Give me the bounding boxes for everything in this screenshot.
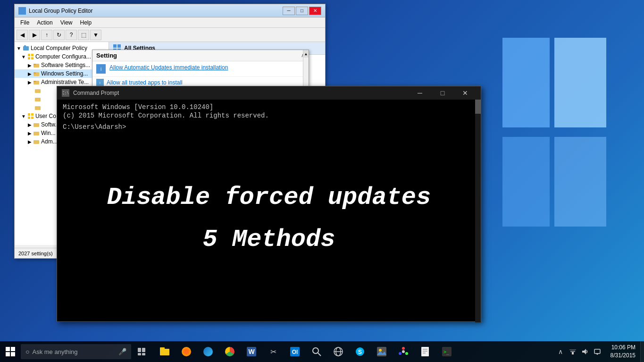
tray-volume-icon[interactable] <box>579 344 591 359</box>
cmd-window-icon: C:\ <box>62 89 69 97</box>
toolbar-expand-button[interactable]: ⬚ <box>78 30 89 40</box>
taskbar-app-chrome[interactable] <box>219 341 241 362</box>
skype-icon: S <box>354 346 366 357</box>
notepad-icon <box>419 346 431 357</box>
taskbar-app-file-explorer[interactable] <box>154 341 176 362</box>
taskbar-app-photos[interactable] <box>371 341 393 362</box>
taskbar-app-terminal[interactable]: >_ <box>436 341 458 362</box>
taskbar-app-network[interactable] <box>327 341 349 362</box>
gpe-menubar: File Action View Help <box>15 17 325 28</box>
taskbar-clock[interactable]: 10:06 PM 8/31/2015 <box>606 344 640 360</box>
taskbar-app-notepad[interactable] <box>414 341 436 362</box>
gpe-maximize-button[interactable]: □ <box>296 7 308 15</box>
svg-rect-1 <box>23 8 25 10</box>
toolbar-back-button[interactable]: ◀ <box>17 30 28 40</box>
gpe-menu-action[interactable]: Action <box>33 18 56 27</box>
start-button[interactable] <box>0 341 21 362</box>
svg-rect-69 <box>572 352 574 354</box>
taskbar-app-search[interactable] <box>306 341 327 362</box>
svg-rect-63 <box>421 347 429 356</box>
gpe-minimize-button[interactable]: ─ <box>283 7 295 15</box>
scroll-up-button[interactable]: ▲ <box>303 50 309 58</box>
svg-rect-15 <box>33 81 36 82</box>
svg-rect-20 <box>31 113 33 116</box>
svg-rect-8 <box>28 57 30 59</box>
gpe-window-title: Local Group Policy Editor <box>29 8 283 14</box>
cmd-overlay: Disable forced updates 5 Methods <box>63 133 475 304</box>
gallery-icon <box>398 346 409 357</box>
taskbar-app-firefox[interactable] <box>176 341 197 362</box>
taskbar-app-word[interactable]: W <box>241 341 262 362</box>
start-icon <box>6 347 15 356</box>
svg-rect-17 <box>35 98 41 101</box>
svg-rect-26 <box>113 44 117 48</box>
task-view-button[interactable] <box>131 341 152 362</box>
tray-network-icon[interactable] <box>567 344 578 359</box>
svg-point-59 <box>402 347 405 350</box>
svg-point-61 <box>399 352 401 355</box>
cmd-content-area[interactable]: Microsoft Windows [Version 10.0.10240] (… <box>57 100 481 321</box>
dropdown-item-1-text[interactable]: Allow all trusted apps to install <box>107 79 183 86</box>
svg-rect-2 <box>20 11 22 13</box>
svg-marker-72 <box>582 349 586 354</box>
taskbar-search[interactable]: ○ Ask me anything 🎤 <box>21 344 131 359</box>
svg-rect-24 <box>33 132 39 135</box>
svg-point-62 <box>402 350 405 353</box>
svg-rect-39 <box>138 348 141 352</box>
dropdown-item-0-text[interactable]: Allow Automatic Updates immediate instal… <box>109 64 228 71</box>
svg-marker-74 <box>596 354 599 355</box>
toolbar-help-button[interactable]: ? <box>66 30 77 40</box>
svg-text:i: i <box>100 67 101 72</box>
cmd-maximize-button[interactable]: □ <box>432 86 453 100</box>
svg-rect-5 <box>24 45 26 47</box>
svg-text:✂: ✂ <box>270 348 276 356</box>
svg-point-60 <box>405 352 408 355</box>
cmd-prompt: C:\Users\Adarsh> <box>63 123 475 131</box>
snip-icon: ✂ <box>268 346 279 357</box>
cmd-scrollbar-thumb[interactable] <box>475 100 481 114</box>
network-app-icon <box>333 346 344 357</box>
toolbar-forward-button[interactable]: ▶ <box>29 30 40 40</box>
show-desktop-button[interactable] <box>640 341 644 362</box>
taskbar-app-edge[interactable] <box>197 341 219 362</box>
firefox-icon <box>181 346 192 357</box>
cmd-scrollbar[interactable] <box>475 100 481 322</box>
cmd-minimize-button[interactable]: ─ <box>409 86 431 100</box>
toolbar-refresh-button[interactable]: ↻ <box>53 30 65 40</box>
gpe-close-button[interactable]: ✕ <box>309 7 321 15</box>
taskbar-app-snip[interactable]: ✂ <box>262 341 284 362</box>
dropdown-item-1-icon: i <box>96 79 104 86</box>
cmd-titlebar-buttons: ─ □ ✕ <box>409 86 476 100</box>
microphone-icon[interactable]: 🎤 <box>118 348 126 355</box>
taskbar-app-skype[interactable]: S <box>349 341 371 362</box>
gpe-dropdown-header: Setting ∧ ▲ ▼ <box>92 50 309 61</box>
gpe-titlebar-buttons: ─ □ ✕ <box>283 7 321 15</box>
gpe-menu-help[interactable]: Help <box>76 18 96 27</box>
svg-text:>_: >_ <box>443 349 450 355</box>
gpe-menu-file[interactable]: File <box>17 18 33 27</box>
taskbar-pinned-apps: W ✂ Ol <box>152 341 552 362</box>
photos-icon <box>376 346 387 357</box>
tray-notification-icon[interactable] <box>592 344 603 359</box>
cmd-close-button[interactable]: ✕ <box>454 86 476 100</box>
gpe-titlebar: Local Group Policy Editor ─ □ ✕ <box>15 4 325 17</box>
toolbar-up-button[interactable]: ↑ <box>41 30 52 40</box>
svg-rect-21 <box>28 117 30 119</box>
dropdown-item-0[interactable]: i Allow Automatic Updates immediate inst… <box>92 61 309 77</box>
taskbar-app-outlook[interactable]: Ol <box>284 341 306 362</box>
taskbar-app-gallery[interactable] <box>393 341 414 362</box>
outlook-icon: Ol <box>289 346 301 357</box>
toolbar-filter-button[interactable]: ▼ <box>90 30 101 40</box>
desktop-windows-logo <box>502 38 606 227</box>
svg-text:C:\: C:\ <box>63 91 68 95</box>
svg-rect-6 <box>28 54 30 56</box>
file-explorer-icon <box>159 346 170 357</box>
gpe-dropdown-title: Setting <box>96 52 117 59</box>
clock-time: 10:06 PM <box>611 344 636 352</box>
svg-rect-7 <box>31 54 33 56</box>
svg-rect-73 <box>594 349 600 354</box>
tray-show-hidden[interactable]: ∧ <box>555 344 566 359</box>
svg-text:i: i <box>100 81 100 85</box>
gpe-menu-view[interactable]: View <box>57 18 76 27</box>
clock-date: 8/31/2015 <box>611 352 636 360</box>
